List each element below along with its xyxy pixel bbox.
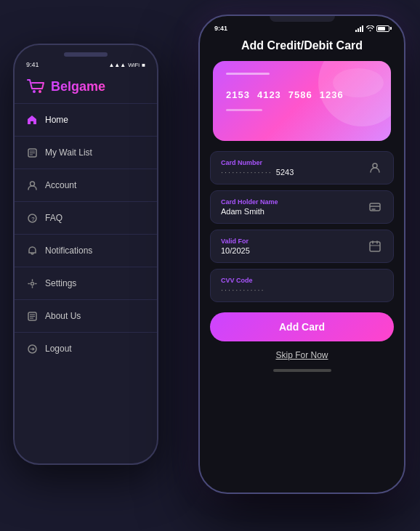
nav-divider-6	[15, 299, 157, 300]
sidebar-item-home-label: Home	[45, 115, 68, 125]
sidebar-item-logout-label: Logout	[45, 344, 72, 354]
cvv-content: CVV Code ············	[221, 277, 383, 294]
svg-point-6	[30, 182, 34, 186]
svg-rect-16	[358, 28, 359, 32]
svg-point-19	[373, 163, 377, 168]
nav-divider-top	[15, 103, 157, 104]
nav-divider-5	[15, 267, 157, 267]
back-status-icons: ▲▲▲ WiFi ■	[108, 62, 145, 68]
card-holder-content: Card Holder Name Adam Smith	[221, 198, 367, 216]
sidebar-item-home[interactable]: Home	[15, 107, 157, 133]
settings-icon	[26, 277, 38, 289]
notifications-icon	[26, 245, 38, 256]
signal-icon	[355, 25, 364, 32]
cart-icon	[26, 78, 47, 94]
svg-point-0	[33, 90, 36, 93]
card-holder-label: Card Holder Name	[221, 198, 367, 206]
svg-rect-15	[355, 30, 357, 32]
faq-icon: ?	[26, 212, 38, 224]
valid-for-value: 10/2025	[221, 246, 367, 255]
card-number-value: ·············· 5243	[221, 168, 367, 177]
back-phone-status: 9:41 ▲▲▲ WiFi ■	[15, 57, 157, 71]
nav-divider-1	[15, 136, 157, 137]
app-name: Belgame	[51, 79, 105, 94]
card-holder-icon	[367, 199, 383, 215]
cvv-field[interactable]: CVV Code ············	[210, 269, 394, 302]
about-icon	[26, 310, 38, 322]
nav-divider-2	[15, 169, 157, 169]
svg-rect-18	[362, 25, 363, 32]
nav-divider-3	[15, 201, 157, 202]
front-phone: 9:41 Add Credit/Debit Card 2153 4123	[198, 15, 405, 494]
sidebar-item-notifications[interactable]: Notifications	[15, 238, 157, 264]
card-part-3: 7586	[288, 89, 312, 100]
waitlist-icon	[26, 147, 38, 158]
card-bottom-decoration	[226, 109, 262, 111]
battery-icon	[376, 25, 389, 32]
page-title: Add Credit/Debit Card	[200, 32, 404, 58]
nav-divider-4	[15, 234, 157, 235]
sidebar-item-waitlist[interactable]: My Wait List	[15, 139, 157, 166]
front-phone-notch	[270, 16, 335, 22]
nav-divider-7	[15, 332, 157, 333]
form-fields: Card Number ·············· 5243 Card Hol…	[200, 151, 404, 302]
cvv-value: ············	[221, 285, 383, 294]
home-icon	[26, 114, 38, 126]
valid-for-content: Valid For 10/2025	[221, 238, 367, 255]
sidebar-item-faq[interactable]: ? FAQ	[15, 205, 157, 231]
back-status-time: 9:41	[26, 61, 39, 68]
front-status-time: 9:41	[214, 25, 227, 32]
home-indicator	[273, 369, 331, 372]
wifi-icon	[366, 25, 374, 31]
cvv-label: CVV Code	[221, 277, 383, 284]
credit-card: 2153 4123 7586 1236	[213, 61, 391, 141]
sidebar-item-waitlist-label: My Wait List	[45, 147, 92, 158]
app-logo: Belgame	[15, 71, 157, 100]
sidebar-item-settings-label: Settings	[45, 278, 76, 288]
card-number-field[interactable]: Card Number ·············· 5243	[210, 151, 394, 185]
logout-icon	[26, 343, 38, 354]
sidebar-item-about[interactable]: About Us	[15, 303, 157, 329]
card-number-icon	[367, 160, 383, 176]
sidebar-item-account-label: Account	[45, 180, 76, 190]
valid-for-icon	[367, 238, 383, 254]
svg-rect-21	[370, 242, 380, 251]
sidebar-item-faq-label: FAQ	[45, 213, 62, 223]
sidebar-item-notifications-label: Notifications	[45, 246, 92, 256]
svg-rect-17	[360, 27, 361, 32]
sidebar-item-account[interactable]: Account	[15, 172, 157, 198]
card-holder-field[interactable]: Card Holder Name Adam Smith	[210, 190, 394, 224]
add-card-button[interactable]: Add Card	[210, 312, 394, 341]
card-number-label: Card Number	[221, 159, 367, 166]
card-number-content: Card Number ·············· 5243	[221, 159, 367, 177]
valid-for-label: Valid For	[221, 238, 367, 245]
card-decoration-line	[226, 73, 270, 75]
sidebar-item-settings[interactable]: Settings	[15, 270, 157, 296]
front-status-icons	[355, 25, 389, 32]
card-part-2: 4123	[257, 89, 281, 100]
card-part-4: 1236	[320, 89, 344, 100]
card-holder-value: Adam Smith	[221, 207, 367, 216]
account-icon	[26, 179, 38, 191]
skip-link[interactable]: Skip For Now	[200, 346, 404, 365]
front-phone-status: 9:41	[200, 22, 404, 32]
sidebar-item-about-label: About Us	[45, 311, 81, 321]
card-part-1: 2153	[226, 89, 250, 100]
svg-point-9	[31, 282, 33, 285]
sidebar-item-logout[interactable]: Logout	[15, 336, 157, 362]
svg-point-1	[39, 90, 41, 93]
valid-for-field[interactable]: Valid For 10/2025	[210, 230, 394, 263]
card-number-display: 2153 4123 7586 1236	[226, 89, 378, 100]
back-phone: 9:41 ▲▲▲ WiFi ■ Belgame Home	[13, 44, 158, 465]
svg-text:?: ?	[31, 216, 35, 222]
